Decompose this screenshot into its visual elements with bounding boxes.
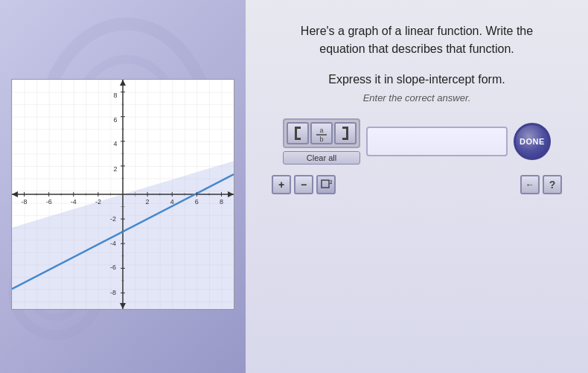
svg-text:6: 6 [114, 115, 118, 123]
svg-text:-6: -6 [46, 197, 52, 205]
svg-text:2: 2 [146, 197, 150, 205]
svg-rect-64 [295, 127, 301, 129]
toolbar-buttons: a b [283, 118, 360, 148]
svg-text:6: 6 [195, 197, 199, 205]
bracket-left-icon [293, 125, 303, 141]
svg-text:-8: -8 [110, 289, 116, 296]
svg-rect-65 [295, 138, 301, 140]
back-arrow-button[interactable]: ← [520, 175, 540, 194]
svg-text:8: 8 [220, 197, 223, 205]
graph-svg: -8 -6 -4 -2 2 4 6 8 8 6 4 2 -2 -4 -6 -8 [12, 80, 234, 309]
svg-text:-6: -6 [110, 264, 116, 271]
minus-button[interactable]: − [294, 175, 313, 194]
svg-rect-72 [322, 180, 329, 188]
square-button[interactable]: 2 [316, 175, 336, 194]
svg-text:-4: -4 [71, 197, 77, 205]
svg-rect-71 [342, 138, 348, 140]
svg-text:4: 4 [114, 140, 118, 147]
math-left-buttons: + − 2 [272, 175, 336, 194]
problem-text: Here's a graph of a linear function. Wri… [301, 22, 533, 58]
clear-all-button[interactable]: Clear all [283, 151, 360, 165]
left-panel: Q [0, 0, 246, 373]
fraction-button[interactable]: a b [310, 122, 333, 144]
graph-container: -8 -6 -4 -2 2 4 6 8 8 6 4 2 -2 -4 -6 -8 [11, 79, 234, 310]
svg-text:2: 2 [114, 165, 118, 173]
svg-text:-2: -2 [110, 214, 116, 222]
svg-text:-4: -4 [110, 239, 116, 246]
toolbar-group: a b Clear all [283, 118, 360, 165]
input-row: a b Clear all DONE [283, 118, 551, 165]
answer-input[interactable] [366, 127, 508, 156]
svg-text:a: a [319, 127, 323, 134]
math-row: + − 2 ← ? [264, 175, 569, 194]
svg-text:-8: -8 [22, 197, 28, 205]
help-button[interactable]: ? [543, 175, 562, 194]
enter-text: Enter the correct answer. [363, 92, 471, 103]
math-right-buttons: ← ? [520, 175, 562, 194]
bracket-left-button[interactable] [287, 122, 309, 144]
fraction-icon: a b [315, 125, 328, 141]
svg-text:4: 4 [170, 197, 174, 205]
bracket-right-icon [340, 125, 351, 141]
svg-text:2: 2 [330, 179, 332, 185]
svg-rect-70 [342, 127, 348, 129]
right-panel: Here's a graph of a linear function. Wri… [246, 0, 588, 373]
svg-text:8: 8 [114, 91, 118, 98]
plus-button[interactable]: + [272, 175, 291, 194]
done-button[interactable]: DONE [514, 123, 551, 160]
square-icon: 2 [320, 179, 332, 191]
express-text: Express it in slope-intercept form. [328, 73, 505, 86]
svg-text:-2: -2 [95, 197, 101, 205]
svg-text:b: b [319, 136, 323, 141]
bracket-right-button[interactable] [334, 122, 357, 144]
